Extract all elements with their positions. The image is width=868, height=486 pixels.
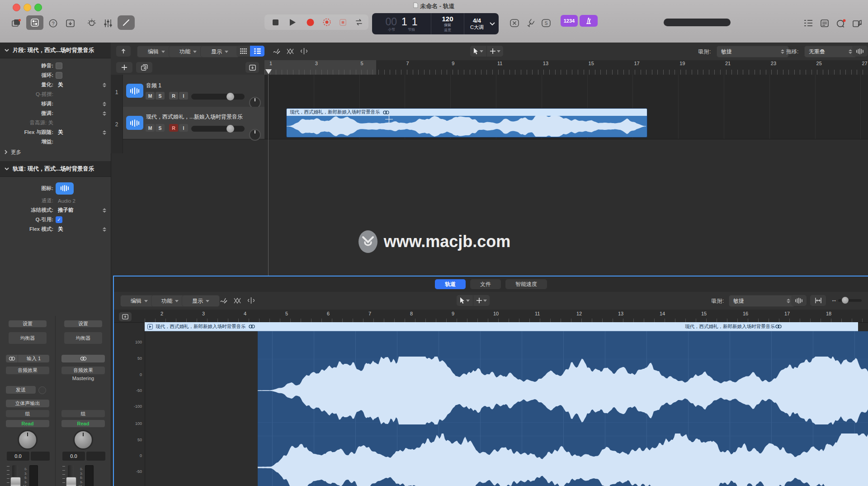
stepper-icon[interactable] <box>103 130 106 135</box>
crossfade-icon[interactable] <box>231 295 244 306</box>
waveform-zoom-button[interactable] <box>852 46 868 57</box>
mute-button[interactable]: M <box>146 92 155 100</box>
inspector-more-disclosure[interactable]: 更多 <box>0 147 111 157</box>
record-button[interactable] <box>302 15 318 29</box>
master-volume-display[interactable] <box>664 19 731 26</box>
record-enable-button[interactable]: R <box>169 92 178 100</box>
checkbox[interactable] <box>56 72 62 79</box>
audio-fx-slot-2[interactable]: Mastering <box>58 376 108 381</box>
play-disclosure-icon[interactable] <box>147 324 153 329</box>
add-track-button[interactable] <box>116 62 132 73</box>
mute-button[interactable]: M <box>146 124 155 132</box>
checkbox[interactable]: ✓ <box>56 216 62 223</box>
track-volume-slider[interactable] <box>191 94 245 100</box>
list-view-button[interactable] <box>250 46 264 57</box>
group-slot[interactable]: 组 <box>6 410 49 417</box>
editor-bar-ruler[interactable]: 23456789101112131415161718 <box>114 310 868 323</box>
stepper-icon[interactable] <box>103 111 106 116</box>
flex-icon[interactable] <box>297 46 311 57</box>
solo-button[interactable]: S <box>156 92 165 100</box>
view-menu-button[interactable]: 显示 <box>200 46 239 57</box>
apple-loops-button[interactable] <box>834 16 848 30</box>
volume-value[interactable]: 0.0 <box>62 452 85 461</box>
record-repeat-button[interactable] <box>319 15 335 29</box>
eq-thumbnail-button[interactable]: 均衡器 <box>64 332 102 344</box>
track-name[interactable]: 现代，西式婚礼，...新娘入场时背景音乐 <box>146 113 261 121</box>
quick-help-button[interactable]: ? <box>45 16 61 30</box>
audio-fx-slot[interactable]: 音频效果 <box>61 367 105 374</box>
audio-fx-slot[interactable]: 音频效果 <box>6 367 49 374</box>
list-editors-button[interactable] <box>801 16 816 30</box>
track-volume-slider[interactable] <box>191 126 245 132</box>
sends-slot[interactable]: 发送 <box>6 386 36 394</box>
track-header-2[interactable]: 2 现代，西式婚礼，...新娘入场时背景音乐 M S R I <box>111 107 264 139</box>
tab-file[interactable]: 文件 <box>470 279 501 289</box>
pan-knob[interactable] <box>18 430 38 450</box>
group-slot[interactable]: 组 <box>61 410 105 417</box>
automation-pencil-icon[interactable] <box>270 46 283 57</box>
secondary-tool-button[interactable] <box>487 46 503 57</box>
record-enable-button[interactable]: R <box>169 124 178 132</box>
track-header-1[interactable]: 1 音频 1 M S R I <box>111 75 264 107</box>
duplicate-track-button[interactable] <box>136 62 152 73</box>
eq-thumbnail-button[interactable]: 均衡器 <box>9 332 47 344</box>
smart-controls-button[interactable] <box>84 16 99 30</box>
volume-value[interactable]: 0.0 <box>7 452 29 461</box>
fader-cap[interactable] <box>66 477 76 486</box>
track-pan-knob[interactable] <box>249 129 261 141</box>
pan-knob[interactable] <box>73 430 93 450</box>
play-button[interactable] <box>285 15 300 29</box>
horizontal-zoom-slider[interactable] <box>838 299 862 302</box>
solo-off-button[interactable] <box>507 16 522 30</box>
tuner-button[interactable] <box>524 16 538 30</box>
audio-track-icon[interactable] <box>126 116 143 130</box>
track-icon-button[interactable] <box>56 182 74 195</box>
capture-recording-button[interactable] <box>335 15 350 29</box>
snap-dropdown[interactable]: 敏捷 <box>729 295 795 307</box>
toolbar-toggle-button[interactable] <box>62 16 78 30</box>
automation-mode-button[interactable]: Read <box>61 420 105 427</box>
lcd-display[interactable]: 00 1 1 小节 节拍 120 保留 速度 4/4 C大调 <box>372 13 499 34</box>
input-slot[interactable]: 输入 1 <box>6 355 49 362</box>
peak-value[interactable] <box>86 452 105 461</box>
channel-settings-button[interactable]: 设置 <box>64 320 102 327</box>
note-pads-button[interactable] <box>817 16 832 30</box>
automation-mode-button[interactable]: Read <box>6 420 49 427</box>
pointer-tool-button[interactable] <box>457 295 473 306</box>
tab-tracks[interactable]: 轨道 <box>435 279 466 289</box>
peak-value[interactable] <box>31 452 50 461</box>
stop-button[interactable] <box>268 15 283 29</box>
editors-button[interactable] <box>118 15 135 30</box>
count-in-button[interactable]: 1234 <box>561 15 578 27</box>
playhead-marker[interactable] <box>265 69 272 74</box>
flex-icon[interactable] <box>244 295 258 306</box>
crossfade-icon[interactable] <box>283 46 297 57</box>
metronome-button[interactable] <box>580 15 598 27</box>
input-monitor-button[interactable]: I <box>179 124 188 132</box>
stereo-format-button[interactable] <box>61 355 105 362</box>
snap-dropdown[interactable]: 敏捷 <box>717 46 789 57</box>
project-chooser-button[interactable] <box>8 16 24 30</box>
stepper-icon[interactable] <box>103 83 106 87</box>
grid-view-button[interactable] <box>236 46 250 57</box>
editor-region-strip[interactable]: 现代，西式婚礼，新郎新娘入场时背景音乐 现代，西式婚礼，新郎新娘入场时背景音乐 <box>145 322 858 331</box>
track-lane-1[interactable] <box>264 75 868 107</box>
stepper-icon[interactable] <box>103 102 106 106</box>
automation-pencil-icon[interactable] <box>217 295 231 306</box>
output-slot[interactable]: 立体声输出 <box>6 400 49 407</box>
lcd-mode-chevron[interactable] <box>490 13 498 34</box>
audio-track-icon[interactable] <box>126 84 143 98</box>
track-inspector-header[interactable]: 轨道: 现代，西式...场时背景音乐 <box>0 161 111 177</box>
channel-settings-button[interactable]: 设置 <box>9 320 47 327</box>
audio-region[interactable]: 现代，西式婚礼，新郎新娘入场时背景音乐 <box>286 108 647 138</box>
stepper-icon[interactable] <box>103 208 106 213</box>
input-monitor-button[interactable]: I <box>179 92 188 100</box>
media-browser-button[interactable] <box>850 16 864 30</box>
drag-mode-dropdown[interactable]: 无重叠 <box>804 46 857 57</box>
bar-ruler[interactable]: 13579111315171921232527 <box>264 60 868 75</box>
track-stack-button[interactable] <box>245 62 259 73</box>
editor-waveform-area[interactable] <box>258 331 868 486</box>
mixer-button[interactable] <box>100 16 116 30</box>
secondary-tool-button[interactable] <box>473 295 490 306</box>
hierarchy-up-button[interactable] <box>116 46 131 57</box>
